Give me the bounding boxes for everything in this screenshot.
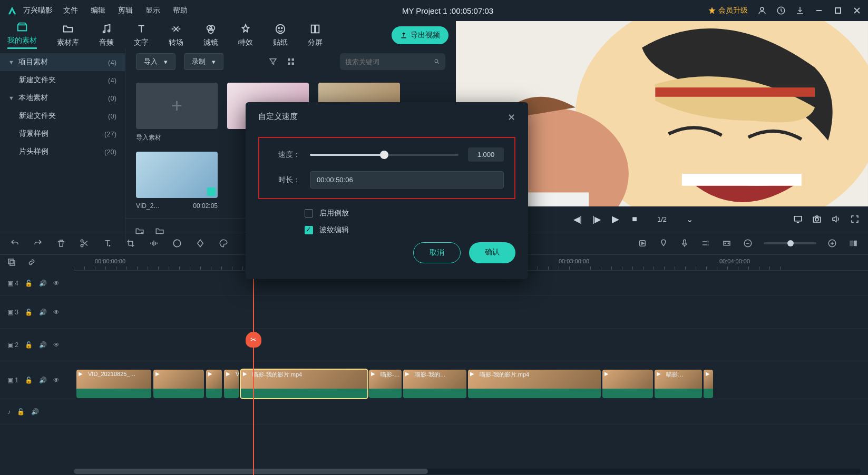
media-item[interactable]: VID_2…00:02:05 <box>136 152 218 210</box>
cancel-button[interactable]: 取消 <box>413 242 461 263</box>
download-icon[interactable] <box>795 6 805 15</box>
fit-icon[interactable] <box>848 238 859 249</box>
vip-upgrade[interactable]: 会员升级 <box>708 6 748 15</box>
ripple-checkbox-row[interactable]: 波纹编辑 <box>305 225 515 235</box>
timeline-clip[interactable]: ▶ <box>153 370 204 398</box>
ok-button[interactable]: 确认 <box>469 242 515 263</box>
mixer-icon[interactable] <box>700 238 711 249</box>
duration-input[interactable]: 00:00:50:06 <box>310 171 504 189</box>
tab-filters[interactable]: 滤镜 <box>203 23 218 47</box>
zoom-slider[interactable] <box>764 242 816 244</box>
timeline-clip[interactable]: ▶ <box>602 370 653 398</box>
zoom-out-icon[interactable] <box>743 238 753 249</box>
timeline-scrollbar[interactable] <box>74 469 861 474</box>
grid-view-icon[interactable] <box>286 57 296 66</box>
history-icon[interactable] <box>776 6 786 15</box>
tab-split[interactable]: 分屏 <box>308 23 323 47</box>
play-icon[interactable]: ▶ <box>611 214 620 224</box>
keyframe-icon[interactable] <box>195 238 206 249</box>
add-folder-icon[interactable] <box>135 226 144 236</box>
dialog-close-icon[interactable]: ✕ <box>508 112 515 123</box>
track-v1[interactable]: ▣ 1🔓🔊👁▶VID_20210825_…▶▶▶V…▶喵影-我的影片.mp4▶喵… <box>0 361 868 399</box>
search-icon[interactable] <box>434 57 440 66</box>
volume-icon[interactable] <box>831 214 841 224</box>
menu-help[interactable]: 帮助 <box>173 6 188 15</box>
chevron-down-icon[interactable]: ⌄ <box>685 214 694 224</box>
speed-value[interactable]: 1.000 <box>468 147 504 162</box>
menu-clip[interactable]: 剪辑 <box>118 6 133 15</box>
tab-my-media[interactable]: 我的素材 <box>7 21 37 49</box>
timeline-clip[interactable]: ▶喵影-… <box>369 370 402 398</box>
crop-icon[interactable] <box>125 238 136 249</box>
text-add-icon[interactable] <box>102 238 113 249</box>
reverse-checkbox-row[interactable]: 启用倒放 <box>305 209 515 218</box>
tree-background[interactable]: 背景样例(27) <box>0 125 125 143</box>
timeline-clip[interactable]: ▶V… <box>224 370 239 398</box>
record-dropdown[interactable]: 录制▾ <box>184 53 223 70</box>
timeline-clip[interactable]: ▶喵影-我的影片.mp4 <box>468 370 601 398</box>
filter-icon[interactable] <box>268 57 278 66</box>
menu-edit[interactable]: 编辑 <box>91 6 105 15</box>
display-icon[interactable] <box>793 214 803 224</box>
undo-icon[interactable] <box>9 238 20 249</box>
close-icon[interactable] <box>852 6 862 15</box>
delete-icon[interactable] <box>56 238 66 249</box>
palette-icon[interactable] <box>218 238 229 249</box>
track-v2[interactable]: ▣ 2🔓🔊👁 <box>0 329 868 361</box>
timeline-clip[interactable]: ▶喵影-我的… <box>403 370 466 398</box>
stop-icon[interactable]: ■ <box>630 214 639 224</box>
account-icon[interactable] <box>757 6 767 15</box>
snapshot-icon[interactable] <box>812 214 822 224</box>
tab-titles[interactable]: 文字 <box>134 23 149 47</box>
render-icon[interactable] <box>637 238 648 249</box>
redo-icon[interactable] <box>33 238 43 249</box>
export-button[interactable]: 导出视频 <box>392 26 448 44</box>
mute-icon[interactable]: 🔊 <box>39 280 47 287</box>
tab-audio[interactable]: 音频 <box>99 23 114 47</box>
minimize-icon[interactable] <box>814 6 824 15</box>
timeline-clip[interactable]: ▶喵影-我的影片.mp4 <box>241 370 367 398</box>
split-icon[interactable] <box>79 238 90 249</box>
prev-frame-icon[interactable]: ◀| <box>573 214 582 224</box>
zoom-in-icon[interactable] <box>827 238 837 249</box>
fullscreen-icon[interactable] <box>850 214 860 224</box>
ripple-checkbox[interactable] <box>305 226 313 234</box>
timeline-clip[interactable]: ▶ <box>704 370 713 398</box>
timeline-clip[interactable]: ▶喵影… <box>655 370 702 398</box>
tab-stickers[interactable]: 贴纸 <box>273 23 288 47</box>
tree-new-folder-2[interactable]: 新建文件夹(0) <box>0 107 125 125</box>
reverse-checkbox[interactable] <box>305 209 313 217</box>
search-input[interactable] <box>345 58 434 66</box>
eye-icon[interactable]: 👁 <box>53 280 60 287</box>
cut-marker-icon[interactable]: ✂ <box>246 332 261 348</box>
import-dropdown[interactable]: 导入▾ <box>136 53 175 70</box>
playhead[interactable] <box>253 255 254 475</box>
track-audio[interactable]: ♪🔓🔊 <box>0 399 868 424</box>
ratio-icon[interactable] <box>721 238 732 249</box>
timeline-link-icon[interactable] <box>26 257 37 268</box>
tree-project-media[interactable]: ▼项目素材(4) <box>0 53 125 71</box>
marker-icon[interactable] <box>658 238 669 249</box>
lock-icon[interactable]: 🔓 <box>25 280 33 287</box>
timeline-clip[interactable]: ▶VID_20210825_… <box>76 370 151 398</box>
folder-icon[interactable] <box>155 226 164 236</box>
maximize-icon[interactable] <box>833 6 843 15</box>
next-frame-icon[interactable]: |▶ <box>592 214 601 224</box>
speed-slider[interactable] <box>310 154 459 156</box>
tree-intro[interactable]: 片头样例(20) <box>0 143 125 161</box>
timeline-copy-icon[interactable] <box>6 257 17 268</box>
tree-new-folder-1[interactable]: 新建文件夹(4) <box>0 71 125 89</box>
tree-local-media[interactable]: ▼本地素材(0) <box>0 89 125 107</box>
mic-icon[interactable] <box>679 238 690 249</box>
import-tile[interactable]: +导入素材 <box>136 83 218 142</box>
timeline-clip[interactable]: ▶ <box>206 370 222 398</box>
track-v3[interactable]: ▣ 3🔓🔊👁 <box>0 296 868 329</box>
color-icon[interactable] <box>172 238 182 249</box>
menu-view[interactable]: 显示 <box>145 6 160 15</box>
search-box[interactable] <box>340 53 445 70</box>
tab-stock[interactable]: 素材库 <box>57 23 79 47</box>
tab-effects[interactable]: 特效 <box>238 23 253 47</box>
speed-icon[interactable] <box>149 238 159 249</box>
menu-file[interactable]: 文件 <box>63 6 78 15</box>
tab-transitions[interactable]: 转场 <box>169 23 183 47</box>
